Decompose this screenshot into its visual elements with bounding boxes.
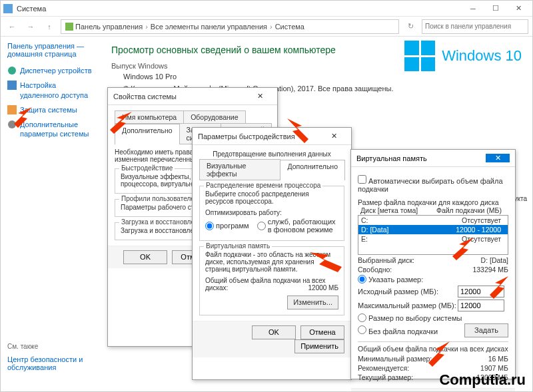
search-input[interactable] <box>422 19 528 34</box>
back-button[interactable]: ← <box>5 19 19 34</box>
shield-icon <box>7 105 17 114</box>
ok-button[interactable]: OK <box>252 325 296 339</box>
no-pagefile-radio[interactable] <box>358 325 366 334</box>
initial-size-input[interactable] <box>458 286 504 297</box>
edition-value: Windows 10 Pro <box>123 73 522 81</box>
sidebar-item-remote[interactable]: Настройка удаленного доступа <box>7 81 97 100</box>
security-center-link[interactable]: Центр безопасности и обслуживания <box>7 355 97 371</box>
svg-point-2 <box>8 67 16 75</box>
svg-rect-3 <box>7 81 17 90</box>
virtual-memory-dialog: Виртуальная память✕ Автоматически выбира… <box>350 149 516 379</box>
max-size-input[interactable] <box>458 299 504 311</box>
tab-advanced[interactable]: Дополнительно <box>115 124 180 144</box>
remote-icon <box>7 81 17 90</box>
refresh-button[interactable]: ↻ <box>403 19 418 34</box>
toolbar: ← → ↑ Панель управления› Все элементы па… <box>1 17 532 37</box>
sidebar: Панель управления — домашняя страница Ди… <box>1 37 101 391</box>
custom-size-radio[interactable] <box>358 275 366 284</box>
svg-rect-4 <box>7 105 17 114</box>
close-icon[interactable]: ✕ <box>322 132 346 140</box>
tab-computer-name[interactable]: Имя компьютера <box>115 110 184 123</box>
close-button[interactable]: ✕ <box>507 1 530 16</box>
breadcrumb-mid[interactable]: Все элементы панели управления <box>151 23 267 31</box>
opt-services-radio[interactable] <box>257 222 266 230</box>
tab-advanced[interactable]: Дополнительно <box>280 160 345 180</box>
see-also-label: См. также <box>7 343 97 350</box>
window-title: Система <box>17 5 46 13</box>
gear-icon <box>7 120 17 129</box>
sidebar-item-device-manager[interactable]: Диспетчер устройств <box>7 66 97 75</box>
svg-point-5 <box>8 120 16 128</box>
cp-home-link[interactable]: Панель управления — домашняя страница <box>7 42 97 58</box>
device-icon <box>7 66 17 75</box>
watermark-text: Computia.ru <box>439 371 526 389</box>
ok-button[interactable]: OK <box>123 250 167 264</box>
windows-logo-icon <box>404 41 435 71</box>
close-icon[interactable]: ✕ <box>486 154 510 162</box>
close-icon[interactable]: ✕ <box>248 92 272 100</box>
control-panel-icon <box>65 23 73 31</box>
maximize-button[interactable]: ☐ <box>484 1 507 16</box>
opt-programs-radio[interactable] <box>205 222 214 230</box>
svg-rect-1 <box>65 23 73 31</box>
windows-logo-text: Windows 10 <box>442 47 522 65</box>
forward-button[interactable]: → <box>23 19 38 34</box>
dialog-title: Параметры быстродействия <box>198 132 295 140</box>
auto-manage-checkbox[interactable] <box>358 175 366 184</box>
dialog-title: Свойства системы <box>113 93 177 100</box>
system-icon <box>3 4 13 13</box>
sidebar-item-protection[interactable]: Защита системы <box>7 105 97 114</box>
tab-visual-effects[interactable]: Визуальные эффекты <box>199 159 280 180</box>
breadcrumb-leaf[interactable]: Система <box>275 23 304 31</box>
set-button[interactable]: Задать <box>464 323 508 337</box>
svg-rect-0 <box>3 4 13 13</box>
up-button[interactable]: ↑ <box>42 19 57 34</box>
apply-button[interactable]: Применить <box>294 339 344 353</box>
breadcrumb-root[interactable]: Панель управления <box>75 23 143 31</box>
system-managed-radio[interactable] <box>358 313 366 322</box>
windows-logo: Windows 10 <box>404 41 522 71</box>
cancel-button[interactable]: Отмена <box>300 325 344 339</box>
window-titlebar: Система ─ ☐ ✕ <box>1 1 532 17</box>
tab-hardware[interactable]: Оборудование <box>183 110 245 123</box>
performance-options-dialog: Параметры быстродействия✕ Предотвращение… <box>192 127 352 380</box>
change-button[interactable]: Изменить... <box>287 295 338 309</box>
sidebar-item-advanced[interactable]: Дополнительные параметры системы <box>7 120 97 139</box>
minimize-button[interactable]: ─ <box>462 1 484 16</box>
drive-list[interactable]: C:Отсутствует D: [Data]12000 - 12000 E:О… <box>358 215 508 255</box>
breadcrumb[interactable]: Панель управления› Все элементы панели у… <box>61 19 399 34</box>
dialog-title: Виртуальная память <box>356 154 427 162</box>
